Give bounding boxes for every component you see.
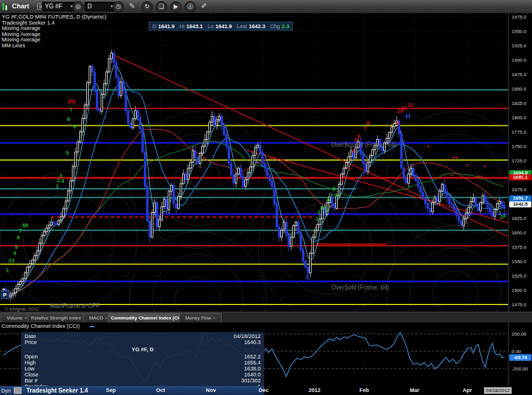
close-icon[interactable]: × <box>25 316 27 320</box>
candle <box>101 95 103 111</box>
wave-label: 5 <box>325 207 328 213</box>
candle <box>41 236 43 243</box>
candle <box>255 147 256 155</box>
quote-button[interactable]: ❑ <box>156 1 167 13</box>
price-tick: 1900.0 <box>512 58 526 63</box>
candle <box>200 153 201 164</box>
tooltip-row: Price1640.3 <box>25 339 261 345</box>
draw-button[interactable]: ✎ <box>127 1 137 11</box>
wave-label: 1 <box>316 216 319 222</box>
candle <box>20 282 22 285</box>
price-tick: 1525.0 <box>512 273 526 279</box>
candle <box>77 142 79 152</box>
gann-circle <box>410 248 501 312</box>
price-tick: 1750.0 <box>512 144 526 149</box>
tab-relative-strength-index[interactable]: Relative Strength Index× <box>28 313 89 322</box>
chart-legend: YG #F,GOLD MINI FUTURES, D (Dynamic)Trad… <box>2 14 107 49</box>
candle <box>489 207 491 212</box>
autoframe-label: AutoFrame is OFF <box>50 303 99 309</box>
toolbar: Chart SR YG #F▼ ◎ D▼ ◷ ✎ ↻ ❑ ▶ Ⓐ ✐ <box>0 0 532 14</box>
status-bar: Dyn Tradesight Seeker 1.4 SepOctNovDec20… <box>0 386 532 395</box>
play-button[interactable]: ▶ <box>170 1 182 13</box>
candle <box>427 204 429 209</box>
price-tick: 1975.0 <box>512 14 526 20</box>
candle <box>68 191 69 201</box>
candle <box>226 135 228 146</box>
target-icon: ◎ <box>75 3 81 10</box>
wave-label: 4 <box>61 178 64 184</box>
candle <box>120 82 122 95</box>
dyn-label: Dyn <box>1 388 11 394</box>
candle <box>219 116 220 120</box>
refresh-button[interactable]: ↻ <box>141 1 153 13</box>
signal-dot <box>466 164 468 166</box>
price-tick: 1500.0 <box>512 288 526 293</box>
price-axis[interactable]: 1975.01950.01925.01900.01875.01850.01825… <box>508 13 532 312</box>
symbol-lookup-button[interactable]: ◎ <box>72 1 84 13</box>
tooltip-row: Low1638.0 <box>25 366 261 372</box>
pencil-icon: ✎ <box>129 2 135 10</box>
wave-label: 6 <box>357 133 360 139</box>
wave-label: 12 <box>407 102 413 108</box>
candle <box>135 110 137 118</box>
chg-label: Chg <box>270 23 280 29</box>
candle <box>32 260 34 264</box>
candle <box>87 83 89 105</box>
eraser-button[interactable]: ✐ <box>199 1 209 11</box>
candle <box>132 119 134 128</box>
moving-average <box>4 82 504 294</box>
candle <box>99 110 101 111</box>
candle <box>147 186 149 221</box>
moving-average <box>4 65 504 294</box>
clock-icon: ◷ <box>116 3 121 10</box>
candle <box>34 255 36 260</box>
candle <box>288 235 290 246</box>
candle <box>295 222 297 226</box>
candle <box>51 222 53 225</box>
tab-money-flow[interactable]: Money Flow× <box>179 313 222 322</box>
pivot-letter: H <box>406 113 410 120</box>
candle <box>475 198 477 205</box>
candle <box>140 117 141 129</box>
candle <box>94 72 96 91</box>
gann-circle <box>152 254 243 312</box>
tooltip-row: Open1652.2 <box>25 354 261 360</box>
candle <box>166 199 168 209</box>
candle <box>152 212 153 237</box>
quote-bar: O1641.9 Hi1643.1 Lo1641.9 Last1642.3 Chg… <box>149 22 293 31</box>
candle <box>56 224 58 225</box>
candle <box>463 219 465 226</box>
candle <box>183 174 185 183</box>
price-tick: 1875.0 <box>512 72 526 77</box>
candle <box>482 196 484 203</box>
signal-dot <box>483 165 485 167</box>
candle <box>281 230 283 237</box>
candle <box>80 132 81 142</box>
high-label: Hi <box>180 23 185 29</box>
time-template-button[interactable]: ◷ <box>113 1 124 13</box>
candle <box>449 198 451 204</box>
candle <box>410 168 412 174</box>
wave-label: 3 <box>347 165 350 171</box>
auto-button[interactable]: Ⓐ <box>185 1 196 13</box>
candle <box>286 222 288 235</box>
candle <box>190 162 192 168</box>
candle <box>487 201 489 207</box>
gann-circle <box>46 217 92 263</box>
time-label: Mar <box>410 387 419 393</box>
tab-commodity-channel-index-cci-[interactable]: Commodity Channel Index (CCI)× <box>108 313 185 322</box>
candle <box>192 151 194 162</box>
cci-axis[interactable]: 200.000.00-200.00-65.76 <box>508 322 532 386</box>
candle <box>216 120 218 126</box>
wave-label: 7 <box>364 125 367 131</box>
interval-input[interactable]: D▼ <box>84 2 117 11</box>
symbol-input[interactable]: YG #F▼ <box>42 2 77 11</box>
candle <box>276 204 278 227</box>
price-chart[interactable]: 12345678912345697(R)12345679812312345678… <box>0 13 508 312</box>
close-icon[interactable]: × <box>105 316 107 320</box>
price-tick: 1850.0 <box>512 86 526 92</box>
candle <box>267 168 268 175</box>
close-icon[interactable]: × <box>213 316 216 320</box>
last-label: Last <box>237 23 247 29</box>
candle <box>75 152 77 167</box>
